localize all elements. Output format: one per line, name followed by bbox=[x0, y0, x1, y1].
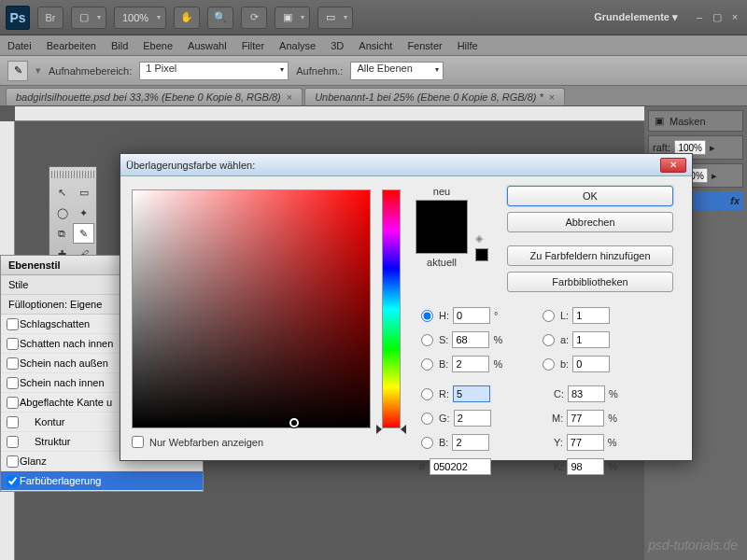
zoom-tool-button[interactable]: 🔍 bbox=[207, 7, 233, 29]
sample-layer-label: Aufnehm.: bbox=[296, 65, 343, 77]
masks-panel[interactable]: ▣ Masken bbox=[648, 110, 743, 132]
b-input[interactable] bbox=[452, 356, 489, 372]
eyedropper-tool[interactable]: ✎ bbox=[73, 223, 94, 244]
opacity-label: raft: bbox=[653, 142, 670, 153]
hue-marker-right bbox=[401, 425, 406, 434]
menu-3d[interactable]: 3D bbox=[331, 40, 344, 51]
app-logo: Ps bbox=[6, 6, 30, 30]
add-swatch-button[interactable]: Zu Farbfeldern hinzufügen bbox=[507, 245, 673, 266]
sample-size-dropdown[interactable]: 1 Pixel bbox=[139, 62, 289, 80]
menu-ebene[interactable]: Ebene bbox=[143, 40, 173, 51]
sample-layer-dropdown[interactable]: Alle Ebenen bbox=[350, 62, 444, 80]
menu-auswahl[interactable]: Auswahl bbox=[188, 40, 227, 51]
hand-tool-button[interactable]: ✋ bbox=[174, 7, 200, 29]
eyedropper-icon[interactable]: ✎ bbox=[7, 61, 28, 81]
preview-swatches[interactable] bbox=[416, 200, 468, 254]
color-preview: neu aktuell bbox=[416, 186, 468, 268]
view-mode-dropdown[interactable]: ▢ bbox=[71, 7, 106, 29]
document-tabs: badgirlsilhouette.psd bei 33,3% (Ebene 0… bbox=[0, 86, 747, 106]
maximize-button[interactable]: ▢ bbox=[711, 11, 724, 23]
radio-bb[interactable] bbox=[543, 358, 555, 371]
top-toolbar: Ps Br ▢ 100% ✋ 🔍 ⟳ ▣ ▭ Grundelemente ▾ –… bbox=[0, 0, 747, 35]
y-input[interactable] bbox=[567, 434, 604, 451]
workspace-switcher[interactable]: Grundelemente ▾ bbox=[594, 11, 685, 23]
menu-filter[interactable]: Filter bbox=[242, 40, 264, 51]
dialog-close-button[interactable]: ✕ bbox=[660, 158, 686, 173]
options-bar: ✎ ▾ Aufnahmebereich: 1 Pixel Aufnehm.: A… bbox=[0, 56, 747, 86]
color-picker-dialog: Überlagerungsfarbe wählen: ✕ neu aktuell… bbox=[120, 153, 693, 461]
menu-bearbeiten[interactable]: Bearbeiten bbox=[47, 40, 96, 51]
menu-fenster[interactable]: Fenster bbox=[407, 40, 442, 51]
bridge-button[interactable]: Br bbox=[37, 7, 63, 29]
current-label: aktuell bbox=[427, 257, 457, 268]
m-input[interactable] bbox=[567, 410, 604, 427]
radio-l[interactable] bbox=[543, 310, 555, 322]
tools-panel: ↖▭ ◯✦ ⧉✎ ✚🖌 bbox=[49, 166, 97, 269]
dialog-title: Überlagerungsfarbe wählen: bbox=[126, 160, 660, 171]
zoom-dropdown[interactable]: 100% bbox=[114, 7, 166, 29]
tab-document-2[interactable]: Unbenannt-1 bei 25% (Ebene 0 Kopie 8, RG… bbox=[304, 88, 565, 105]
wand-tool[interactable]: ✦ bbox=[73, 203, 94, 223]
menu-bild[interactable]: Bild bbox=[111, 40, 128, 51]
web-colors-checkbox[interactable]: Nur Webfarben anzeigen bbox=[132, 436, 263, 448]
screen-mode-dropdown[interactable]: ▭ bbox=[317, 7, 353, 29]
close-button[interactable]: × bbox=[728, 11, 741, 23]
cancel-button[interactable]: Abbrechen bbox=[507, 212, 673, 232]
g-input[interactable] bbox=[454, 410, 491, 427]
h-input[interactable] bbox=[453, 307, 490, 324]
radio-bv[interactable] bbox=[421, 437, 433, 449]
chevron-right-icon[interactable]: ▸ bbox=[710, 142, 715, 154]
close-icon[interactable]: × bbox=[549, 91, 555, 103]
crop-tool[interactable]: ⧉ bbox=[51, 223, 73, 244]
panel-grip[interactable] bbox=[51, 171, 94, 178]
c-input[interactable] bbox=[568, 385, 605, 402]
dialog-titlebar[interactable]: Überlagerungsfarbe wählen: ✕ bbox=[120, 154, 692, 176]
window-controls: – ▢ × bbox=[693, 11, 741, 23]
rotate-view-button[interactable]: ⟳ bbox=[241, 7, 267, 29]
radio-a[interactable] bbox=[543, 334, 555, 346]
radio-s[interactable] bbox=[421, 334, 433, 346]
radio-h[interactable] bbox=[421, 310, 433, 322]
marquee-tool[interactable]: ▭ bbox=[73, 182, 94, 203]
bv-input[interactable] bbox=[452, 434, 489, 451]
close-icon[interactable]: × bbox=[287, 91, 292, 103]
menu-analyse[interactable]: Analyse bbox=[279, 40, 316, 51]
menu-datei[interactable]: Datei bbox=[7, 40, 32, 51]
color-field[interactable] bbox=[132, 189, 371, 428]
watermark: psd-tutorials.de bbox=[648, 538, 738, 553]
chevron-right-icon[interactable]: ▸ bbox=[712, 170, 717, 182]
color-libraries-button[interactable]: Farbbibliotheken bbox=[507, 272, 673, 292]
hex-row: # bbox=[419, 458, 491, 475]
s-input[interactable] bbox=[452, 331, 489, 348]
hue-marker-left bbox=[376, 425, 382, 434]
lasso-tool[interactable]: ◯ bbox=[51, 203, 73, 223]
minimize-button[interactable]: – bbox=[693, 11, 706, 23]
r-input[interactable] bbox=[453, 385, 490, 402]
new-label: neu bbox=[433, 186, 450, 197]
bb-input[interactable] bbox=[572, 356, 610, 372]
menu-hilfe[interactable]: Hilfe bbox=[458, 40, 478, 51]
l-input[interactable] bbox=[572, 307, 610, 324]
radio-b[interactable] bbox=[421, 358, 433, 371]
radio-r[interactable] bbox=[421, 388, 433, 400]
style-coloroverlay[interactable]: Farbüberlagerung bbox=[1, 471, 203, 491]
radio-g[interactable] bbox=[421, 413, 433, 425]
websafe-warning[interactable]: ◈ bbox=[475, 232, 492, 261]
sample-size-label: Aufnahmebereich: bbox=[49, 65, 132, 77]
move-tool[interactable]: ↖ bbox=[51, 182, 73, 203]
menu-ansicht[interactable]: Ansicht bbox=[359, 40, 392, 51]
color-field-cursor bbox=[289, 418, 299, 427]
ruler-horizontal bbox=[15, 106, 644, 121]
arrange-dropdown[interactable]: ▣ bbox=[275, 7, 310, 29]
ok-button[interactable]: OK bbox=[507, 186, 673, 206]
k-input[interactable] bbox=[567, 458, 604, 475]
a-input[interactable] bbox=[572, 331, 610, 348]
tab-document-1[interactable]: badgirlsilhouette.psd bei 33,3% (Ebene 0… bbox=[6, 88, 303, 105]
hue-slider[interactable] bbox=[382, 189, 401, 428]
main-menubar: Datei Bearbeiten Bild Ebene Auswahl Filt… bbox=[0, 35, 747, 56]
hex-input[interactable] bbox=[430, 458, 491, 475]
